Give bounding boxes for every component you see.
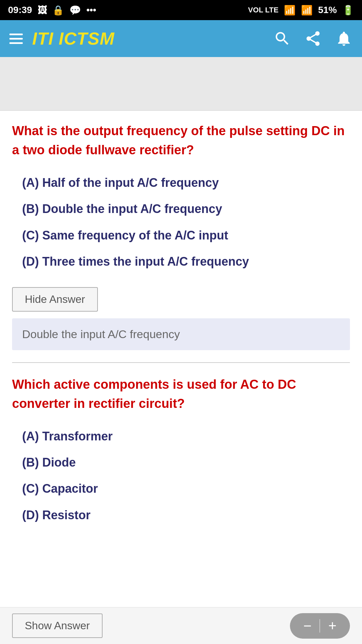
status-bar: 09:39 🖼 🔒 💬 ••• VOL LTE 📶 📶 51% 🔋	[0, 0, 362, 20]
question1-options: (A) Half of the input A/C frequency (B) …	[12, 174, 350, 270]
zoom-out-button[interactable]: −	[295, 616, 320, 635]
status-wifi-icon: 📶	[284, 5, 296, 16]
status-battery: 51%	[318, 5, 337, 15]
question2-option-a: (A) Transformer	[22, 428, 350, 445]
question1-option-a: (A) Half of the input A/C frequency	[22, 174, 350, 191]
answer-box: Double the input A/C frequency	[12, 318, 350, 350]
search-button[interactable]	[274, 30, 291, 47]
question1-option-b: (B) Double the input A/C frequency	[22, 201, 350, 217]
status-dots-icon: •••	[86, 5, 96, 15]
share-icon	[304, 30, 322, 47]
status-battery-icon: 🔋	[342, 5, 354, 16]
status-time: 09:39	[8, 5, 32, 15]
content-area: What is the output frequency of the puls…	[0, 111, 362, 554]
notification-icon	[335, 30, 353, 47]
menu-button[interactable]	[9, 34, 23, 44]
status-bar-right: VOL LTE 📶 📶 51% 🔋	[248, 5, 354, 16]
question2-option-d: (D) Resistor	[22, 507, 350, 524]
question1-option-c: (C) Same frequency of the A/C input	[22, 227, 350, 244]
app-bar: ITI ICTSM	[0, 20, 362, 57]
hamburger-icon	[9, 34, 23, 44]
question1-text: What is the output frequency of the puls…	[12, 121, 350, 160]
zoom-controls: − +	[290, 613, 350, 639]
app-bar-left: ITI ICTSM	[9, 29, 115, 49]
share-button[interactable]	[304, 30, 322, 47]
app-title: ITI ICTSM	[32, 29, 115, 49]
question2-option-b: (B) Diode	[22, 454, 350, 471]
ad-banner	[0, 57, 362, 111]
status-bar-left: 09:39 🖼 🔒 💬 •••	[8, 5, 96, 16]
status-image-icon: 🖼	[38, 5, 47, 16]
question2-options: (A) Transformer (B) Diode (C) Capacitor …	[12, 428, 350, 524]
question2-text: Which active components is used for AC t…	[12, 375, 350, 413]
status-lte-icon: VOL LTE	[248, 6, 279, 14]
search-icon	[274, 30, 291, 47]
bottom-toolbar: Show Answer − +	[0, 607, 362, 644]
app-bar-right	[274, 30, 353, 47]
zoom-in-button[interactable]: +	[320, 616, 345, 635]
question2-option-c: (C) Capacitor	[22, 480, 350, 497]
notification-button[interactable]	[335, 30, 353, 47]
question1-option-d: (D) Three times the input A/C frequency	[22, 253, 350, 270]
hide-answer-button[interactable]: Hide Answer	[12, 287, 98, 312]
status-lock-icon: 🔒	[52, 5, 64, 16]
show-answer-button[interactable]: Show Answer	[12, 613, 103, 638]
divider	[12, 362, 350, 363]
status-whatsapp-icon: 💬	[69, 5, 81, 16]
status-signal-icon: 📶	[301, 5, 313, 16]
